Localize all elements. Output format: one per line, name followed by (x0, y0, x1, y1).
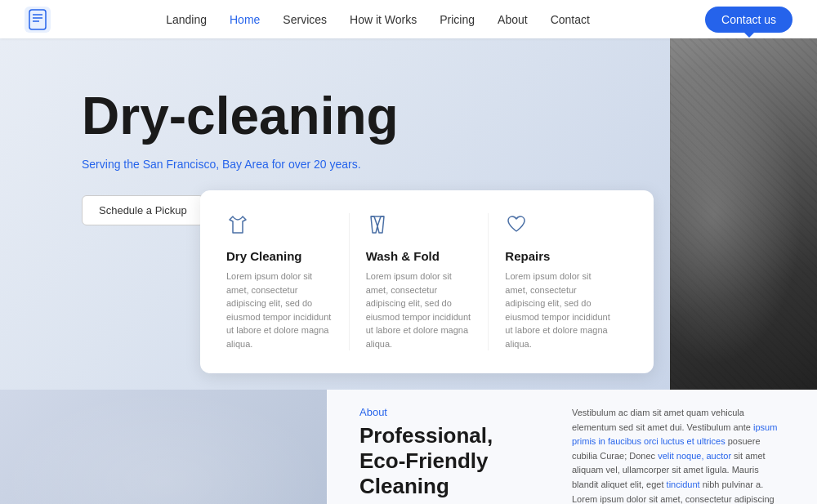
service-wash-fold-desc: Lorem ipsum dolor sit amet, consectetur … (366, 270, 472, 350)
service-repairs: Repairs Lorem ipsum dolor sit amet, cons… (488, 213, 627, 350)
about-section: About Professional,Eco-FriendlyCleaning … (0, 390, 817, 504)
about-left-column: About Professional,Eco-FriendlyCleaning (359, 406, 523, 500)
services-card: Dry Cleaning Lorem ipsum dolor sit amet,… (200, 190, 654, 373)
schedule-pickup-button[interactable]: Schedule a Pickup (82, 195, 204, 225)
about-highlight-2: velit noque, auctor (658, 451, 731, 461)
service-repairs-desc: Lorem ipsum dolor sit amet, consectetur … (505, 270, 611, 350)
svg-rect-0 (25, 7, 51, 33)
pants-icon (366, 213, 472, 239)
about-title: Professional,Eco-FriendlyCleaning (359, 423, 523, 500)
nav-how-it-works[interactable]: How it Works (350, 13, 417, 26)
hero-section: Dry-cleaning Serving the San Francisco, … (0, 38, 817, 390)
about-highlight-1: ipsum primis in faucibus orci luctus et … (572, 422, 777, 447)
nav-links: Landing Home Services How it Works Prici… (166, 13, 590, 26)
about-tag: About (359, 406, 523, 418)
about-paragraph-1: Vestibulum ac diam sit amet quam vehicul… (572, 406, 784, 504)
hero-title: Dry-cleaning (82, 87, 817, 145)
nav-services[interactable]: Services (283, 13, 327, 26)
service-dry-cleaning-title: Dry Cleaning (226, 249, 333, 263)
nav-home[interactable]: Home (230, 13, 260, 26)
about-background-image (0, 390, 327, 504)
nav-landing[interactable]: Landing (166, 13, 207, 26)
service-wash-fold-title: Wash & Fold (366, 249, 472, 263)
hero-subtitle: Serving the San Francisco, Bay Area for … (82, 158, 817, 171)
logo-icon (25, 7, 51, 33)
service-wash-fold: Wash & Fold Lorem ipsum dolor sit amet, … (349, 213, 489, 350)
service-repairs-title: Repairs (505, 249, 611, 263)
nav-about[interactable]: About (498, 13, 528, 26)
about-right-column: Vestibulum ac diam sit amet quam vehicul… (572, 406, 784, 504)
service-dry-cleaning-desc: Lorem ipsum dolor sit amet, consectetur … (226, 270, 333, 350)
shirt-icon (226, 213, 333, 239)
navbar: Landing Home Services How it Works Prici… (0, 0, 817, 38)
about-content: About Professional,Eco-FriendlyCleaning … (327, 390, 817, 504)
nav-pricing[interactable]: Pricing (440, 13, 475, 26)
heart-icon (505, 213, 611, 239)
logo (25, 7, 51, 33)
nav-contact[interactable]: Contact (551, 13, 590, 26)
service-dry-cleaning: Dry Cleaning Lorem ipsum dolor sit amet,… (226, 213, 349, 350)
about-highlight-3: tincidunt (667, 479, 700, 489)
contact-button[interactable]: Contact us (705, 7, 792, 33)
